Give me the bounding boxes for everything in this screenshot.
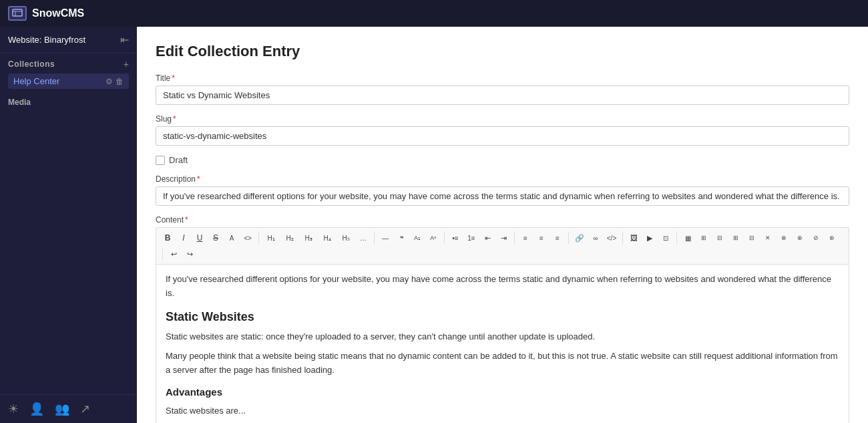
title-field-group: Title * <box>156 74 849 105</box>
content-h3-advantages: Advantages <box>166 384 839 400</box>
embed-button[interactable]: </> <box>604 231 619 245</box>
sidebar-media-section[interactable]: Media <box>0 92 137 112</box>
content-p2: Many people think that a website being s… <box>166 349 839 378</box>
main-content: Edit Collection Entry Title * Slug * Dra… <box>137 27 868 423</box>
align-left-button[interactable]: ≡ <box>518 231 533 245</box>
content-label: Content * <box>156 215 849 225</box>
align-center-button[interactable]: ≡ <box>534 231 549 245</box>
h5-button[interactable]: H₅ <box>337 231 355 245</box>
h1-button[interactable]: H₁ <box>262 231 280 245</box>
logo-icon <box>8 6 27 21</box>
table-split[interactable]: ⊘ <box>809 231 823 245</box>
rte-toolbar: B I U S A <> H₁ H₂ H₃ H₄ H₅ … — ❝ A₁ Aⁿ … <box>156 227 849 264</box>
description-field-group: Description * <box>156 174 849 206</box>
draft-checkbox[interactable] <box>156 156 165 165</box>
app-name: SnowCMS <box>32 7 84 19</box>
subscript-button[interactable]: A₁ <box>410 231 425 245</box>
rte-content-area[interactable]: If you've researched different options f… <box>156 264 849 423</box>
page-title: Edit Collection Entry <box>156 43 849 60</box>
description-label: Description * <box>156 174 849 184</box>
sidebar-bottom-icons: ☀ 👤 👥 ↗ <box>0 394 137 423</box>
h4-button[interactable]: H₄ <box>318 231 336 245</box>
sidebar-website-header: Website: Binaryfrost ⇤ <box>0 27 137 53</box>
slug-label: Slug * <box>156 114 849 124</box>
toolbar-sep-4 <box>514 232 515 244</box>
external-link-icon[interactable]: ↗ <box>80 402 90 416</box>
blockquote-button[interactable]: ❝ <box>394 231 409 245</box>
draft-row: Draft <box>156 155 849 165</box>
unlink-button[interactable]: ∞ <box>588 231 603 245</box>
media-label[interactable]: Media <box>8 98 31 107</box>
indent-button[interactable]: ⇥ <box>496 231 511 245</box>
toolbar-sep-1 <box>258 232 259 244</box>
toolbar-sep-3 <box>444 232 445 244</box>
sidebar-collections-section: Collections + Help Center ⚙ 🗑 <box>0 53 137 92</box>
table-col-before[interactable]: ⊞ <box>696 231 711 245</box>
underline-button[interactable]: U <box>192 231 207 245</box>
title-label: Title * <box>156 74 849 83</box>
image-button[interactable]: 🖼 <box>626 231 641 245</box>
toolbar-sep-8 <box>162 248 163 260</box>
file-button[interactable]: ⊡ <box>658 231 673 245</box>
draft-label: Draft <box>169 155 188 165</box>
topbar: SnowCMS <box>0 0 868 27</box>
ol-button[interactable]: 1≡ <box>464 231 479 245</box>
add-collection-icon[interactable]: + <box>124 59 129 69</box>
superscript-button[interactable]: Aⁿ <box>426 231 441 245</box>
collapse-sidebar-icon[interactable]: ⇤ <box>120 33 129 46</box>
bold-button[interactable]: B <box>160 231 175 245</box>
align-right-button[interactable]: ≡ <box>550 231 565 245</box>
table-button[interactable]: ▦ <box>680 231 695 245</box>
content-h2-static: Static Websites <box>166 307 839 327</box>
h3-button[interactable]: H₃ <box>300 231 317 245</box>
table-row-before[interactable]: ⊞ <box>728 231 743 245</box>
hr-button[interactable]: — <box>378 231 393 245</box>
code-button[interactable]: <> <box>240 231 255 245</box>
video-button[interactable]: ▶ <box>642 231 657 245</box>
link-button[interactable]: 🔗 <box>572 231 587 245</box>
collections-actions: + <box>124 59 129 69</box>
slug-field-group: Slug * <box>156 114 849 146</box>
outdent-button[interactable]: ⇤ <box>480 231 495 245</box>
description-input[interactable] <box>156 186 849 206</box>
delete-icon[interactable]: 🗑 <box>116 77 124 86</box>
redo-button[interactable]: ↪ <box>182 247 197 261</box>
settings-icon[interactable]: ⚙ <box>105 77 113 86</box>
website-name-label: Website: Binaryfrost <box>8 35 85 45</box>
theme-toggle-icon[interactable]: ☀ <box>8 402 19 416</box>
strikethrough-button[interactable]: S <box>208 231 223 245</box>
toolbar-sep-6 <box>622 232 623 244</box>
title-input[interactable] <box>156 86 849 105</box>
toolbar-sep-2 <box>374 232 375 244</box>
toolbar-sep-7 <box>676 232 677 244</box>
help-center-actions: ⚙ 🗑 <box>105 77 124 86</box>
table-del-col[interactable]: ✕ <box>761 231 775 245</box>
app-logo: SnowCMS <box>8 6 84 21</box>
user-icon[interactable]: 👤 <box>29 402 44 416</box>
collections-title: Collections <box>8 59 55 69</box>
collections-header: Collections + <box>8 59 129 69</box>
highlight-button[interactable]: A <box>224 231 239 245</box>
table-row-after[interactable]: ⊟ <box>744 231 759 245</box>
toolbar-sep-5 <box>568 232 569 244</box>
content-p-advantages: Static websites are... <box>166 404 839 418</box>
content-p1: Static websites are static: once they're… <box>166 330 839 344</box>
content-field-group: Content * B I U S A <> H₁ H₂ H₃ H₄ H₅ … … <box>156 215 849 423</box>
h2-button[interactable]: H₂ <box>281 231 298 245</box>
table-del[interactable]: ⊛ <box>825 231 839 245</box>
ul-button[interactable]: •≡ <box>448 231 463 245</box>
slug-input[interactable] <box>156 126 849 146</box>
table-del-row[interactable]: ⊗ <box>777 231 791 245</box>
table-merge[interactable]: ⊕ <box>793 231 807 245</box>
table-col-after[interactable]: ⊟ <box>712 231 727 245</box>
svg-rect-0 <box>13 9 22 16</box>
sidebar: Website: Binaryfrost ⇤ Collections + Hel… <box>0 27 137 423</box>
more-button[interactable]: … <box>356 231 371 245</box>
team-icon[interactable]: 👥 <box>55 402 69 416</box>
help-center-label: Help Center <box>13 76 59 86</box>
sidebar-item-help-center[interactable]: Help Center ⚙ 🗑 <box>8 74 129 89</box>
content-intro: If you've researched different options f… <box>166 273 839 301</box>
undo-button[interactable]: ↩ <box>166 247 181 261</box>
italic-button[interactable]: I <box>176 231 191 245</box>
